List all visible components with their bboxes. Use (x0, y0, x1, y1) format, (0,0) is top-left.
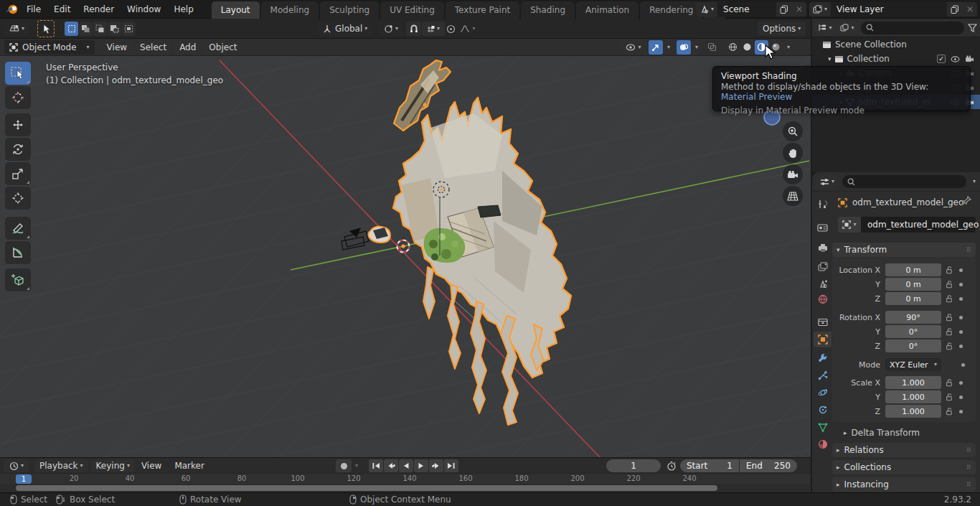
gizmos-toggle[interactable] (649, 40, 663, 55)
tool-scale[interactable] (5, 162, 31, 185)
scene-browse-icon[interactable]: ▾ (696, 2, 717, 17)
next-keyframe-button[interactable] (429, 459, 443, 472)
menu-edit[interactable]: Edit (47, 0, 77, 19)
ptab-object-data[interactable] (814, 419, 831, 435)
current-frame-field[interactable]: 1 (606, 459, 661, 472)
options-dropdown[interactable]: Options ▾ (758, 22, 806, 36)
xray-toggle[interactable] (705, 40, 719, 55)
lock-icon[interactable] (946, 295, 953, 303)
view-layer-selector[interactable]: ▾ View Layer ✕ (809, 2, 977, 17)
object-name-input[interactable]: odm_textured_model_geo (861, 217, 976, 233)
animate-dot[interactable] (961, 363, 965, 367)
panel-drag-handle[interactable]: ⠿ (966, 482, 971, 488)
tool-cursor[interactable] (5, 86, 31, 109)
select-mode-set[interactable] (65, 22, 78, 36)
select-mode-invert[interactable] (108, 22, 121, 36)
overlays-dropdown[interactable]: ▾ (692, 40, 702, 55)
collection-checkbox[interactable]: ✓ (937, 55, 946, 63)
location-y-field[interactable]: 0 m (885, 278, 941, 291)
disclosure-triangle-icon[interactable]: ▾ (828, 55, 831, 62)
ptab-scene[interactable] (814, 276, 831, 291)
rotation-mode-dropdown[interactable]: XYZ Euler ▾ (885, 358, 941, 371)
scrollbar-handle[interactable] (16, 485, 717, 491)
lock-icon[interactable] (946, 393, 953, 401)
animate-dot[interactable] (959, 381, 963, 385)
tab-rendering[interactable]: Rendering (640, 1, 702, 19)
jump-to-start-button[interactable] (369, 459, 383, 472)
pivot-point-dropdown[interactable]: ▾ (379, 22, 403, 36)
playback-menu[interactable]: Playback▾ (34, 459, 88, 472)
properties-options-dropdown[interactable]: ▾ (973, 179, 976, 184)
hide-eye-icon[interactable] (951, 56, 960, 62)
view-layer-remove-button[interactable]: ✕ (963, 2, 977, 17)
animate-dot[interactable] (959, 316, 963, 319)
ptab-tool[interactable] (814, 197, 831, 212)
tool-transform[interactable] (5, 187, 31, 210)
panel-drag-handle[interactable]: ⠿ (966, 247, 971, 253)
viewport-zoom-button[interactable] (783, 121, 803, 141)
location-z-field[interactable]: 0 m (885, 292, 941, 305)
scene-unlink-button[interactable]: ✕ (792, 2, 806, 17)
snap-toggle[interactable] (406, 22, 421, 36)
tool-add-cube[interactable] (5, 268, 31, 291)
menu-window[interactable]: Window (121, 0, 167, 19)
menu-select[interactable]: Select (135, 40, 171, 55)
properties-search-input[interactable] (842, 175, 966, 188)
timeline-view-menu[interactable]: View (135, 458, 168, 474)
lock-icon[interactable] (946, 342, 953, 350)
outliner-row-scene-collection[interactable]: Scene Collection (812, 37, 980, 52)
tab-layout[interactable]: Layout (212, 1, 260, 19)
frame-end-field[interactable]: End 250 (740, 459, 797, 472)
ptab-render[interactable] (814, 220, 831, 235)
rotation-z-field[interactable]: 0° (885, 339, 941, 352)
previous-keyframe-button[interactable] (384, 459, 398, 472)
ptab-constraints[interactable] (814, 402, 831, 418)
animate-dot[interactable] (959, 395, 963, 399)
render-camera-icon[interactable] (965, 55, 974, 62)
rotation-y-field[interactable]: 0° (885, 325, 941, 338)
scene-name[interactable]: Scene (717, 4, 776, 14)
timeline-ruler[interactable]: 20 40 60 80 100 120 140 160 180 200 220 … (0, 473, 811, 484)
editor-type-button[interactable]: ▾ (4, 22, 29, 36)
tool-move[interactable] (5, 113, 31, 136)
outliner-row-collection[interactable]: ▾ Collection ✓ (812, 52, 980, 66)
tool-measure[interactable] (5, 241, 31, 264)
animate-dot[interactable] (959, 345, 963, 348)
auto-keying-button[interactable] (336, 459, 352, 472)
scale-z-field[interactable]: 1.000 (885, 405, 941, 418)
select-mode-intersect[interactable] (122, 22, 136, 36)
play-reverse-button[interactable] (399, 459, 413, 472)
ptab-view-layer[interactable] (814, 258, 831, 274)
timeline-editor-type-button[interactable]: ▾ (4, 459, 29, 472)
delta-transform-panel[interactable]: ▸ Delta Transform (844, 426, 920, 440)
panel-drag-handle[interactable]: ⠿ (966, 464, 971, 471)
outliner-scene-mode-dropdown[interactable]: ▾ (837, 21, 857, 35)
animate-dot[interactable] (959, 297, 963, 301)
ptab-output[interactable] (814, 240, 831, 256)
relations-panel[interactable]: ▸ Relations ⠿ (832, 443, 976, 457)
breadcrumb-label[interactable]: odm_textured_model_geo (852, 197, 963, 207)
timeline-scrollbar[interactable] (0, 484, 811, 492)
select-mode-extend[interactable] (79, 22, 93, 36)
lock-icon[interactable] (946, 266, 953, 274)
snap-target-dropdown[interactable]: ▾ (422, 22, 445, 36)
tab-uv-editing[interactable]: UV Editing (380, 1, 444, 19)
jump-to-end-button[interactable] (444, 459, 458, 472)
viewport-ortho-toggle-button[interactable] (783, 186, 803, 206)
viewport-3d[interactable]: User Perspective (1) Collection | odm_te… (0, 56, 811, 457)
scale-y-field[interactable]: 1.000 (885, 390, 941, 403)
ptab-material[interactable] (814, 436, 831, 452)
tab-shading[interactable]: Shading (521, 1, 575, 19)
frame-start-field[interactable]: Start 1 (680, 459, 739, 472)
menu-help[interactable]: Help (167, 0, 199, 19)
tab-modeling[interactable]: Modeling (261, 1, 319, 19)
panel-drag-handle[interactable]: ⠿ (966, 447, 971, 454)
viewport-camera-button[interactable] (783, 164, 803, 184)
lock-icon[interactable] (946, 408, 953, 416)
lock-icon[interactable] (946, 314, 953, 322)
shading-dropdown[interactable]: ▾ (783, 40, 793, 55)
tab-sculpting[interactable]: Sculpting (320, 1, 379, 19)
menu-view[interactable]: View (102, 40, 132, 55)
view-layer-browse-icon[interactable]: ▾ (809, 2, 831, 17)
tool-annotate[interactable] (5, 217, 31, 240)
